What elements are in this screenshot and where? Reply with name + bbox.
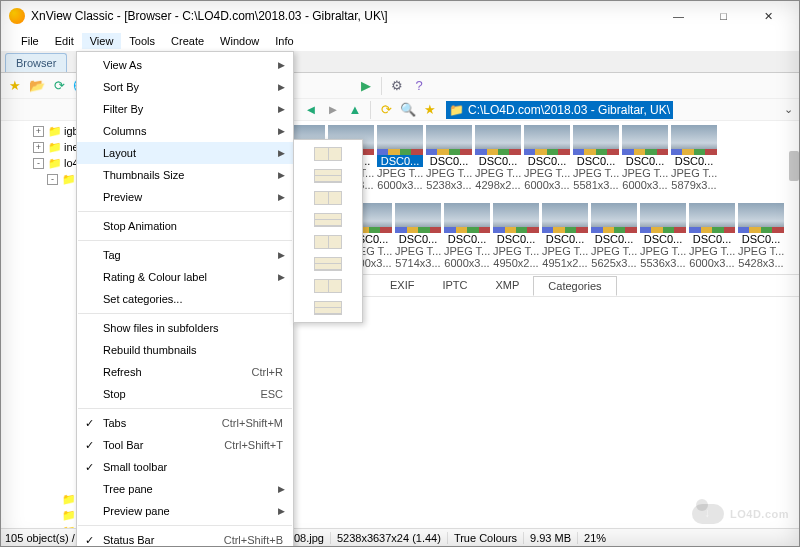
menu-item[interactable]: Layout▶ xyxy=(77,142,293,164)
tb-run-icon[interactable]: ▶ xyxy=(356,76,376,96)
menu-item[interactable]: Sort By▶ xyxy=(77,76,293,98)
menu-file[interactable]: File xyxy=(13,33,47,49)
layout-option[interactable] xyxy=(297,187,359,209)
detail-tab-iptc[interactable]: IPTC xyxy=(428,276,481,294)
app-icon xyxy=(9,8,25,24)
layout-option[interactable] xyxy=(297,297,359,319)
menu-item[interactable]: RefreshCtrl+R xyxy=(77,361,293,383)
menu-item[interactable]: StopESC xyxy=(77,383,293,405)
menu-item[interactable]: ✓TabsCtrl+Shift+M xyxy=(77,412,293,434)
layout-option[interactable] xyxy=(297,253,359,275)
layout-option[interactable] xyxy=(297,143,359,165)
address-path[interactable]: C:\LO4D.com\2018.03 - Gibraltar, UK\ xyxy=(446,101,673,119)
nav-back-icon[interactable]: ◄ xyxy=(301,100,321,120)
status-zoom: 21% xyxy=(584,532,606,544)
thumbnail[interactable]: DSC0...JPEG T...5536x3... xyxy=(640,203,686,269)
tb-fav-icon[interactable]: ★ xyxy=(5,76,25,96)
address-dropdown-icon[interactable]: ⌄ xyxy=(781,103,795,116)
menu-item[interactable]: Rebuild thumbnails xyxy=(77,339,293,361)
thumbnail[interactable]: DSC0...JPEG T...4298x2... xyxy=(475,125,521,191)
thumbnail[interactable]: DSC0...JPEG T...6000x3... xyxy=(377,125,423,191)
download-cloud-icon xyxy=(692,504,724,524)
layout-submenu[interactable] xyxy=(293,139,363,323)
menu-window[interactable]: Window xyxy=(212,33,267,49)
thumbnail[interactable]: DSC0...JPEG T...6000x3... xyxy=(622,125,668,191)
thumbnail[interactable]: DSC0...JPEG T...5238x3... xyxy=(426,125,472,191)
menu-item[interactable]: Tree pane▶ xyxy=(77,478,293,500)
thumbnail[interactable]: DSC0...JPEG T...5428x3... xyxy=(738,203,784,269)
menu-item[interactable]: Preview▶ xyxy=(77,186,293,208)
menu-item[interactable]: Filter By▶ xyxy=(77,98,293,120)
address-bar[interactable]: C:\LO4D.com\2018.03 - Gibraltar, UK\ ⌄ xyxy=(446,101,795,119)
browser-tab[interactable]: Browser xyxy=(5,53,67,72)
watermark-text: LO4D.com xyxy=(730,508,789,520)
menu-item[interactable]: ✓Tool BarCtrl+Shift+T xyxy=(77,434,293,456)
thumbnail[interactable]: DSC0...JPEG T...4951x2... xyxy=(542,203,588,269)
titlebar: XnView Classic - [Browser - C:\LO4D.com\… xyxy=(1,1,799,31)
menu-item[interactable]: Stop Animation xyxy=(77,215,293,237)
menu-item[interactable]: Set categories... xyxy=(77,288,293,310)
layout-option[interactable] xyxy=(297,209,359,231)
thumbnail[interactable]: DSC0...JPEG T...5625x3... xyxy=(591,203,637,269)
layout-option[interactable] xyxy=(297,275,359,297)
menu-item[interactable]: Thumbnails Size▶ xyxy=(77,164,293,186)
tb-help-icon[interactable]: ? xyxy=(409,76,429,96)
menu-item[interactable]: Preview pane▶ xyxy=(77,500,293,522)
status-dims: 5238x3637x24 (1.44) xyxy=(337,532,448,544)
thumbnail[interactable]: DSC0...JPEG T...5879x3... xyxy=(671,125,717,191)
watermark: LO4D.com xyxy=(692,504,789,524)
maximize-button[interactable]: □ xyxy=(701,1,746,31)
thumbnail[interactable]: DSC0...JPEG T...6000x3... xyxy=(689,203,735,269)
detail-tab-exif[interactable]: EXIF xyxy=(376,276,428,294)
menu-item[interactable]: Rating & Colour label▶ xyxy=(77,266,293,288)
menu-item[interactable]: Columns▶ xyxy=(77,120,293,142)
menu-item[interactable]: Show files in subfolders xyxy=(77,317,293,339)
thumbnail[interactable]: DSC0...JPEG T...5581x3... xyxy=(573,125,619,191)
menu-item[interactable]: ✓Status BarCtrl+Shift+B xyxy=(77,529,293,547)
window-title: XnView Classic - [Browser - C:\LO4D.com\… xyxy=(31,9,656,23)
nav-fwd-icon[interactable]: ► xyxy=(323,100,343,120)
nav-up-icon[interactable]: ▲ xyxy=(345,100,365,120)
menu-view[interactable]: View xyxy=(82,33,122,49)
nav-star-icon[interactable]: ★ xyxy=(420,100,440,120)
minimize-button[interactable]: — xyxy=(656,1,701,31)
menu-create[interactable]: Create xyxy=(163,33,212,49)
layout-option[interactable] xyxy=(297,165,359,187)
tb-refresh-icon[interactable]: ⟳ xyxy=(49,76,69,96)
menu-edit[interactable]: Edit xyxy=(47,33,82,49)
menu-tools[interactable]: Tools xyxy=(121,33,163,49)
scrollbar-thumb[interactable] xyxy=(789,151,799,181)
thumbnail[interactable]: DSC0...JPEG T...6000x3... xyxy=(524,125,570,191)
tb-open-icon[interactable]: 📂 xyxy=(27,76,47,96)
nav-reload-icon[interactable]: ⟳ xyxy=(376,100,396,120)
menu-item[interactable]: View As▶ xyxy=(77,54,293,76)
layout-option[interactable] xyxy=(297,231,359,253)
detail-tab-xmp[interactable]: XMP xyxy=(482,276,534,294)
status-colors: True Colours xyxy=(454,532,524,544)
menubar: FileEditViewToolsCreateWindowInfo xyxy=(1,31,799,51)
thumbnail[interactable]: DSC0...JPEG T...4950x2... xyxy=(493,203,539,269)
status-filesize: 9.93 MB xyxy=(530,532,578,544)
menu-item[interactable]: Tag▶ xyxy=(77,244,293,266)
tb-gear-icon[interactable]: ⚙ xyxy=(387,76,407,96)
close-button[interactable]: ✕ xyxy=(746,1,791,31)
thumbnail[interactable]: DSC0...JPEG T...6000x3... xyxy=(444,203,490,269)
menu-info[interactable]: Info xyxy=(267,33,301,49)
thumbnail[interactable]: DSC0...JPEG T...5714x3... xyxy=(395,203,441,269)
detail-tab-categories[interactable]: Categories xyxy=(533,276,616,296)
menu-item[interactable]: ✓Small toolbar xyxy=(77,456,293,478)
nav-search-icon[interactable]: 🔍 xyxy=(398,100,418,120)
view-menu[interactable]: View As▶Sort By▶Filter By▶Columns▶Layout… xyxy=(76,51,294,547)
